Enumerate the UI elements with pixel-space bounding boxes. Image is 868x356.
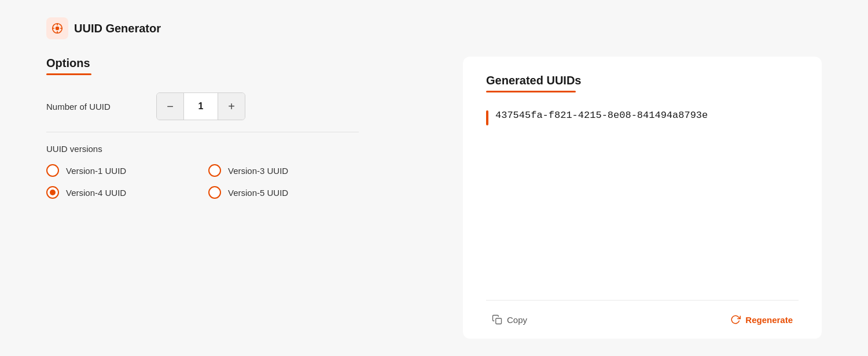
main-content: Options Number of UUID − + UUID versions… — [46, 57, 822, 339]
uuid-result: 437545fa-f821-4215-8e08-841494a8793e — [486, 110, 799, 125]
svg-point-1 — [56, 27, 59, 30]
radio-v3-circle — [208, 164, 221, 177]
uuid-bar — [486, 110, 488, 125]
number-field-row: Number of UUID − + — [46, 92, 428, 120]
options-underline — [46, 73, 91, 75]
generated-title: Generated UUIDs — [486, 74, 799, 87]
app-header: UUID Generator — [46, 17, 822, 39]
stepper: − + — [156, 92, 245, 120]
versions-label: UUID versions — [46, 144, 428, 154]
options-title: Options — [46, 57, 428, 70]
radio-v1-label: Version-1 UUID — [66, 166, 126, 176]
radio-v5[interactable]: Version-5 UUID — [208, 186, 347, 199]
decrement-button[interactable]: − — [157, 93, 183, 120]
increment-button[interactable]: + — [218, 93, 245, 120]
generated-underline — [486, 91, 576, 92]
divider — [46, 132, 359, 132]
copy-button[interactable]: Copy — [486, 311, 533, 328]
uuid-value: 437545fa-f821-4215-8e08-841494a8793e — [495, 110, 708, 121]
number-field-label: Number of UUID — [46, 102, 139, 112]
radio-v1[interactable]: Version-1 UUID — [46, 164, 185, 177]
regenerate-button[interactable]: Regenerate — [724, 311, 799, 328]
uuid-count-input[interactable] — [183, 93, 218, 120]
regenerate-icon — [730, 314, 741, 325]
copy-label: Copy — [507, 315, 527, 325]
radio-v4[interactable]: Version-4 UUID — [46, 186, 185, 199]
app-icon — [46, 17, 68, 39]
copy-icon — [492, 314, 502, 325]
versions-grid: Version-1 UUID Version-3 UUID Version-4 … — [46, 164, 347, 199]
left-panel: Options Number of UUID − + UUID versions… — [46, 57, 463, 339]
svg-rect-2 — [496, 318, 502, 324]
radio-v4-label: Version-4 UUID — [66, 188, 126, 198]
radio-v3-label: Version-3 UUID — [228, 166, 288, 176]
radio-v4-circle — [46, 186, 59, 199]
radio-v5-circle — [208, 186, 221, 199]
radio-v3[interactable]: Version-3 UUID — [208, 164, 347, 177]
right-panel: Generated UUIDs 437545fa-f821-4215-8e08-… — [463, 57, 822, 339]
regenerate-label: Regenerate — [745, 315, 793, 325]
radio-v1-circle — [46, 164, 59, 177]
page-wrapper: UUID Generator Options Number of UUID − … — [0, 0, 868, 356]
app-title: UUID Generator — [74, 22, 161, 35]
radio-v5-label: Version-5 UUID — [228, 188, 288, 198]
right-panel-footer: Copy Regenerate — [486, 300, 799, 339]
